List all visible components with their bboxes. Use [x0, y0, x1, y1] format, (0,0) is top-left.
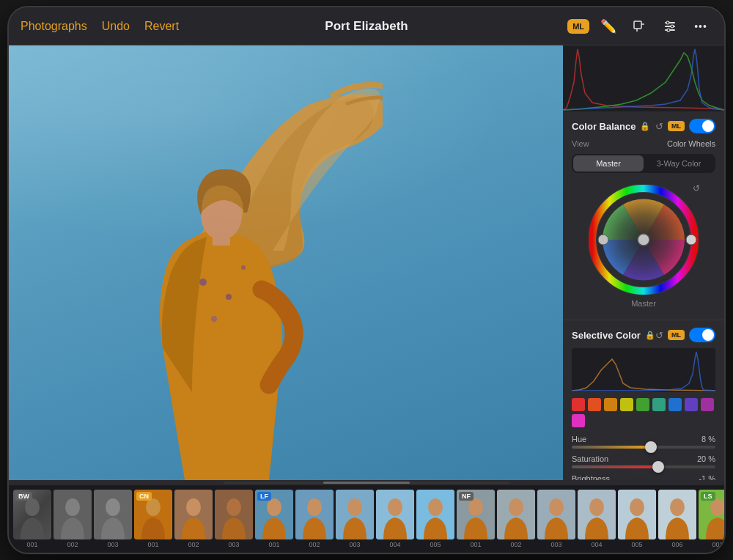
film-item-003[interactable]: 003 [94, 490, 132, 548]
selective-color-toggle[interactable] [689, 328, 715, 342]
pencil-icon[interactable]: ✏️ [597, 15, 620, 38]
saturation-thumb[interactable] [652, 461, 664, 473]
svg-point-47 [468, 498, 483, 516]
swatch-yellow[interactable] [604, 398, 617, 411]
film-thumb [94, 490, 132, 539]
svg-point-43 [388, 498, 402, 516]
film-item-bw-001[interactable]: BW 001 [13, 490, 51, 548]
svg-point-31 [146, 498, 161, 516]
film-thumb [497, 490, 535, 539]
film-item-nf-006[interactable]: 006 [658, 490, 696, 548]
film-item-lf-001[interactable]: LF 001 [255, 490, 293, 548]
scroll-thumb [323, 482, 409, 484]
svg-point-9 [199, 279, 207, 286]
ml-small-badge[interactable]: ML [668, 121, 685, 131]
hue-thumb[interactable] [645, 441, 657, 453]
revert-button[interactable]: Revert [144, 20, 179, 33]
film-num: 001 [268, 541, 279, 548]
film-item-nf-005[interactable]: 005 [618, 490, 656, 548]
color-balance-toggle[interactable] [689, 119, 715, 133]
film-thumb: CN [134, 490, 172, 539]
film-thumb: NF [457, 490, 495, 539]
saturation-fill [572, 465, 658, 468]
film-num: 001 [26, 541, 37, 548]
view-value: Color Wheels [667, 139, 715, 148]
film-thumb [618, 490, 656, 539]
adjustments-icon[interactable] [658, 15, 682, 38]
wheel-reset-icon[interactable]: ↺ [693, 183, 700, 194]
svg-rect-15 [563, 45, 724, 111]
hue-label-row: Hue 8 % [572, 435, 715, 443]
filmstrip[interactable]: BW 001 002 003 CN 001 [9, 485, 724, 553]
film-thumb: BW [13, 490, 51, 539]
film-item-cn-002[interactable]: 002 [174, 490, 213, 548]
film-item-lf-003[interactable]: 003 [336, 490, 374, 548]
color-wheel-container: ↺ [572, 180, 715, 312]
film-item-nf-001[interactable]: NF 001 [457, 490, 495, 548]
reset-selective-icon[interactable]: ↺ [655, 330, 663, 341]
crop-icon[interactable] [627, 15, 651, 38]
film-item-lf-005[interactable]: 005 [416, 490, 454, 548]
svg-point-55 [630, 498, 644, 516]
color-balance-controls: ↺ ML [655, 119, 715, 133]
back-button[interactable]: Photographs [21, 20, 87, 33]
film-item-nf-004[interactable]: 004 [578, 490, 616, 548]
film-num: 005 [631, 541, 642, 548]
film-item-002[interactable]: 002 [54, 490, 92, 548]
svg-point-49 [509, 498, 523, 516]
swatch-purple[interactable] [685, 398, 698, 411]
main-content: Color Balance 🔒 ↺ ML View Color Wheels M… [9, 45, 724, 480]
swatch-pink[interactable] [572, 414, 585, 427]
device-frame: Photographs Undo Revert Port Elizabeth M… [7, 6, 726, 554]
film-badge-nf: NF [459, 492, 474, 501]
photo-area[interactable] [9, 45, 563, 480]
person-svg [82, 55, 375, 480]
selective-color-header: Selective Color 🔒 ↺ ML [572, 328, 715, 342]
reset-color-balance-icon[interactable]: ↺ [655, 121, 663, 132]
svg-point-11 [211, 316, 217, 322]
film-item-lf-002[interactable]: 002 [295, 490, 334, 548]
film-item-nf-002[interactable]: 002 [497, 490, 535, 548]
saturation-slider-row: Saturation 20 % [572, 454, 715, 468]
svg-point-25 [25, 498, 40, 516]
svg-point-39 [307, 498, 322, 516]
tab-master[interactable]: Master [573, 155, 644, 172]
film-num: 003 [107, 541, 118, 548]
film-num: 005 [430, 541, 441, 548]
film-item-cn-001[interactable]: CN 001 [134, 490, 172, 548]
film-item-lf-004[interactable]: 004 [376, 490, 414, 548]
film-thumb [376, 490, 414, 539]
view-row: View Color Wheels [572, 139, 715, 148]
top-bar: Photographs Undo Revert Port Elizabeth M… [9, 7, 724, 45]
swatch-teal[interactable] [652, 398, 666, 411]
swatch-green[interactable] [636, 398, 649, 411]
swatch-yellow2[interactable] [620, 398, 633, 411]
saturation-track[interactable] [572, 465, 715, 468]
svg-point-33 [186, 498, 201, 516]
film-item-nf-003[interactable]: 003 [537, 490, 575, 548]
hue-label: Hue [572, 435, 586, 443]
saturation-value: 20 % [697, 454, 715, 463]
selective-color-title-row: Selective Color 🔒 [572, 330, 655, 341]
more-icon[interactable]: ••• [689, 15, 712, 38]
svg-point-12 [241, 265, 246, 270]
color-balance-title: Color Balance [572, 121, 636, 132]
selective-color-controls: ↺ ML [655, 328, 715, 342]
ml-badge[interactable]: ML [567, 19, 589, 34]
selective-ml-badge[interactable]: ML [668, 330, 685, 340]
film-item-ls-001[interactable]: LS 001 [699, 490, 724, 548]
swatch-blue[interactable] [668, 398, 682, 411]
swatch-magenta[interactable] [701, 398, 714, 411]
film-thumb [215, 490, 253, 539]
svg-point-6 [666, 21, 669, 24]
undo-button[interactable]: Undo [102, 20, 130, 33]
film-thumb [416, 490, 454, 539]
swatch-red[interactable] [572, 398, 585, 411]
tab-3way[interactable]: 3-Way Color [644, 155, 714, 172]
hue-slider-row: Hue 8 % [572, 435, 715, 449]
film-badge-cn: CN [136, 492, 152, 501]
color-balance-section: Color Balance 🔒 ↺ ML View Color Wheels M… [563, 111, 724, 320]
swatch-orange[interactable] [588, 398, 601, 411]
film-item-cn-003[interactable]: 003 [215, 490, 253, 548]
hue-track[interactable] [572, 446, 715, 449]
